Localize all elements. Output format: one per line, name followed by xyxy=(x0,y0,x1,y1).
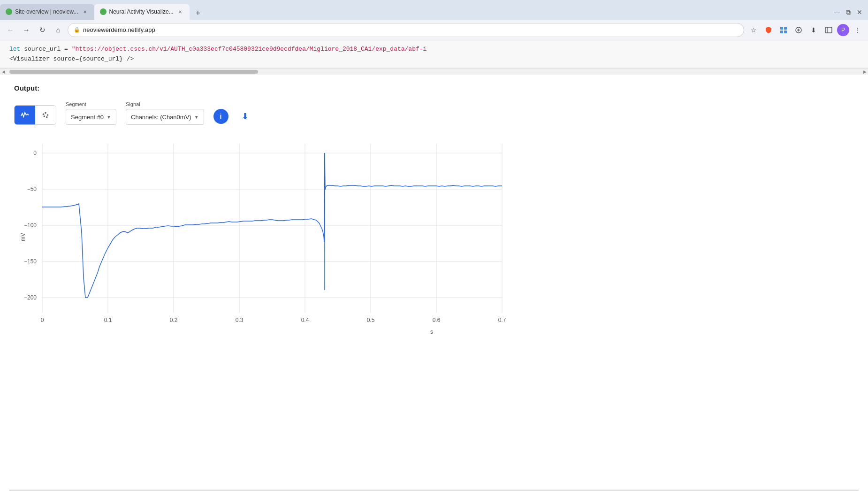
bookmark-button[interactable]: ☆ xyxy=(747,23,760,37)
code-line-2: <Visualizer source={source_url} /> xyxy=(0,54,868,64)
code-string-value: "https://object.cscs.ch/v1/AUTH_c0a333ec… xyxy=(72,46,427,53)
svg-rect-3 xyxy=(784,31,787,33)
code-jsx-tag: <Visualizer source={source_url} /> xyxy=(9,55,134,62)
controls-row: Segment Segment #0 ▼ Signal Channels: (C… xyxy=(14,101,854,125)
url-text: neoviewerdemo.netlify.app xyxy=(83,26,155,33)
segment-dropdown-group: Segment Segment #0 ▼ xyxy=(66,101,116,125)
code-block: let source_url = "https://object.cscs.ch… xyxy=(0,40,868,68)
chart-container: mV xyxy=(23,139,840,335)
svg-text:0.6: 0.6 xyxy=(433,317,441,323)
svg-text:0.1: 0.1 xyxy=(104,317,112,323)
segment-value: Segment #0 xyxy=(71,114,104,121)
waveform-icon xyxy=(21,111,29,119)
signal-value: Channels: (Chan0mV) xyxy=(131,114,191,121)
back-button[interactable]: ← xyxy=(4,23,17,37)
svg-point-11 xyxy=(46,116,48,118)
download-icon: ⬇ xyxy=(242,111,249,122)
nav-icons-right: ☆ ⬇ xyxy=(747,23,864,37)
svg-text:−150: −150 xyxy=(24,258,37,265)
svg-text:0.4: 0.4 xyxy=(301,317,309,323)
minimize-button[interactable]: — xyxy=(832,8,842,17)
svg-rect-1 xyxy=(784,27,787,30)
scroll-right-arrow[interactable]: ▶ xyxy=(861,69,868,75)
horizontal-scrollbar[interactable]: ◀ ▶ xyxy=(0,68,868,75)
scrollbar-track[interactable] xyxy=(8,70,860,74)
output-label: Output: xyxy=(14,84,854,92)
scroll-left-arrow[interactable]: ◀ xyxy=(0,69,7,75)
svg-text:0.7: 0.7 xyxy=(498,317,506,323)
tab1-favicon xyxy=(6,8,12,15)
info-icon: i xyxy=(220,113,222,120)
tab1-label: Site overview | neoview... xyxy=(15,8,78,15)
nav-bar: ← → ↻ ⌂ 🔒 neoviewerdemo.netlify.app ☆ xyxy=(0,20,868,40)
tab2-close[interactable]: ✕ xyxy=(176,8,184,15)
view-toggle xyxy=(14,105,56,125)
svg-text:0.3: 0.3 xyxy=(236,317,244,323)
output-section: Output: xyxy=(0,75,868,491)
scatter-icon xyxy=(41,111,50,119)
svg-rect-12 xyxy=(42,144,502,313)
menu-button[interactable]: ⋮ xyxy=(851,23,864,37)
code-var-name: source_url xyxy=(24,46,61,53)
svg-text:−50: −50 xyxy=(27,186,37,192)
svg-rect-0 xyxy=(780,27,783,30)
brave-shield-button[interactable] xyxy=(762,23,775,37)
segment-dropdown[interactable]: Segment #0 ▼ xyxy=(66,109,116,125)
home-button[interactable]: ⌂ xyxy=(52,23,65,37)
page-content: let source_url = "https://object.cscs.ch… xyxy=(0,40,868,491)
signal-dropdown[interactable]: Channels: (Chan0mV) ▼ xyxy=(126,109,204,125)
svg-text:0.5: 0.5 xyxy=(367,317,375,323)
svg-text:−200: −200 xyxy=(24,294,37,301)
neural-activity-chart: 0 −50 −100 −150 −200 0 0.1 0.2 0.3 0.4 0… xyxy=(23,139,511,327)
code-keyword-let: let xyxy=(9,46,20,53)
extension-button2[interactable] xyxy=(792,23,805,37)
svg-point-10 xyxy=(44,115,46,117)
svg-text:−100: −100 xyxy=(24,222,37,229)
signal-dropdown-group: Signal Channels: (Chan0mV) ▼ xyxy=(126,101,204,125)
segment-label: Segment xyxy=(66,101,116,107)
x-axis-label: s xyxy=(23,329,840,335)
tab-site-overview[interactable]: Site overview | neoview... ✕ xyxy=(0,4,94,20)
svg-point-7 xyxy=(43,113,45,115)
svg-text:0: 0 xyxy=(41,317,44,323)
tab-bar: Site overview | neoview... ✕ Neural Acti… xyxy=(0,0,868,20)
svg-point-9 xyxy=(47,114,49,116)
download-button[interactable]: ⬇ xyxy=(238,109,253,124)
maximize-button[interactable]: ⧉ xyxy=(844,8,853,17)
svg-rect-5 xyxy=(825,27,832,33)
waveform-view-button[interactable] xyxy=(15,106,35,124)
svg-point-8 xyxy=(45,112,46,114)
tab-neural-activity[interactable]: Neural Activity Visualize... ✕ xyxy=(94,4,190,20)
scrollbar-thumb[interactable] xyxy=(9,70,258,74)
close-button[interactable]: ✕ xyxy=(855,8,864,17)
svg-text:0: 0 xyxy=(33,150,37,156)
scatter-view-button[interactable] xyxy=(35,106,56,124)
forward-button[interactable]: → xyxy=(20,23,33,37)
browser-window: Site overview | neoview... ✕ Neural Acti… xyxy=(0,0,868,491)
code-line-1: let source_url = "https://object.cscs.ch… xyxy=(0,44,868,54)
lock-icon: 🔒 xyxy=(74,27,80,33)
extension-button1[interactable] xyxy=(777,23,790,37)
signal-dropdown-arrow: ▼ xyxy=(194,115,199,120)
y-axis-label: mV xyxy=(20,233,26,241)
svg-rect-2 xyxy=(780,31,783,33)
download-manager-button[interactable]: ⬇ xyxy=(807,23,820,37)
tab2-favicon xyxy=(100,8,107,15)
segment-dropdown-arrow: ▼ xyxy=(107,115,111,120)
svg-text:0.2: 0.2 xyxy=(170,317,178,323)
reload-button[interactable]: ↻ xyxy=(36,23,49,37)
address-bar[interactable]: 🔒 neoviewerdemo.netlify.app xyxy=(68,23,744,37)
profile-button[interactable]: P xyxy=(837,24,849,36)
code-equals: = xyxy=(64,46,72,53)
window-controls: — ⧉ ✕ xyxy=(832,8,868,20)
tab2-label: Neural Activity Visualize... xyxy=(109,8,174,15)
signal-label: Signal xyxy=(126,101,204,107)
sidebar-button[interactable] xyxy=(822,23,835,37)
info-button[interactable]: i xyxy=(213,109,228,124)
tab1-close[interactable]: ✕ xyxy=(81,8,89,15)
new-tab-button[interactable]: + xyxy=(191,7,205,20)
